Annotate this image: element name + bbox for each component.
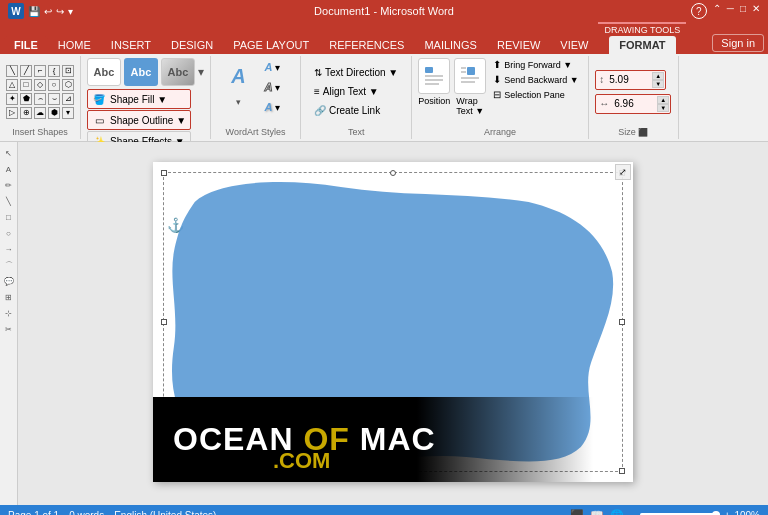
tab-home[interactable]: HOME xyxy=(48,36,101,54)
app-icon: W xyxy=(8,3,24,19)
text-direction-icon: ⇅ xyxy=(314,67,322,78)
tab-format[interactable]: FORMAT xyxy=(609,36,675,54)
shape-tool-1[interactable]: ╲ xyxy=(6,65,18,77)
position-label: Position xyxy=(418,96,450,106)
bring-forward-label: Bring Forward ▼ xyxy=(504,60,572,70)
text-content: ⇅ Text Direction ▼ ≡ Align Text ▼ 🔗 Crea… xyxy=(307,58,405,125)
close-btn[interactable]: ✕ xyxy=(752,3,760,19)
shape-tool-4[interactable]: { xyxy=(48,65,60,77)
title-bar-left: W 💾 ↩ ↪ ▾ xyxy=(8,3,73,19)
shape-tool-3[interactable]: ⌐ xyxy=(34,65,46,77)
left-tool-connector[interactable]: ⌒ xyxy=(2,258,16,272)
wordart-dropdown-btn[interactable]: ▾ xyxy=(236,97,241,107)
create-link-btn[interactable]: 🔗 Create Link xyxy=(307,102,387,119)
page-resize-icon[interactable]: ⤢ xyxy=(615,164,631,180)
send-backward-btn[interactable]: ⬇ Send Backward ▼ xyxy=(490,73,581,86)
zoom-out-btn[interactable]: − xyxy=(630,509,636,515)
customize-qa-btn[interactable]: ▾ xyxy=(68,6,73,17)
view-print-layout[interactable]: ⬛ xyxy=(570,509,584,516)
shape-tool-18[interactable]: ☁ xyxy=(34,107,46,119)
tab-review[interactable]: REVIEW xyxy=(487,36,550,54)
selection-pane-btn[interactable]: ⊟ Selection Pane xyxy=(490,88,581,101)
position-btn[interactable] xyxy=(418,58,450,94)
ribbon-group-arrange: Position WrapText ▼ ⬆ Bring Forward ▼ ⬇ xyxy=(412,56,588,139)
view-web[interactable]: 🌐 xyxy=(610,509,624,516)
shape-tool-11[interactable]: ✦ xyxy=(6,93,18,105)
shape-style-box-2[interactable]: Abc xyxy=(124,58,158,86)
redo-qa-btn[interactable]: ↪ xyxy=(56,6,64,17)
text-direction-btn[interactable]: ⇅ Text Direction ▼ xyxy=(307,64,405,81)
tab-mailings[interactable]: MAILINGS xyxy=(414,36,487,54)
shape-tool-10[interactable]: ⬡ xyxy=(62,79,74,91)
zoom-in-btn[interactable]: + xyxy=(724,509,730,515)
left-tool-oval[interactable]: ○ xyxy=(2,226,16,240)
shape-style-more-btn[interactable]: ▾ xyxy=(198,65,204,79)
ribbon-group-wordart-styles: A ▾ A ▾ A ▾ A ▾ WordArt Styles xyxy=(211,56,301,139)
left-tool-freeform[interactable]: ✏ xyxy=(2,178,16,192)
shape-fill-label: Shape Fill ▼ xyxy=(110,94,167,105)
shape-tool-16[interactable]: ▷ xyxy=(6,107,18,119)
width-input[interactable] xyxy=(614,98,654,109)
left-tool-more[interactable]: ⊞ xyxy=(2,290,16,304)
tab-page-layout[interactable]: PAGE LAYOUT xyxy=(223,36,319,54)
undo-qa-btn[interactable]: ↩ xyxy=(44,6,52,17)
left-tool-line[interactable]: ╲ xyxy=(2,194,16,208)
height-increment-btn[interactable]: ▲ xyxy=(652,72,664,80)
shape-tool-7[interactable]: □ xyxy=(20,79,32,91)
bring-forward-btn[interactable]: ⬆ Bring Forward ▼ xyxy=(490,58,581,71)
shape-tool-20[interactable]: ▾ xyxy=(62,107,74,119)
left-tool-callout[interactable]: 💬 xyxy=(2,274,16,288)
text-fill-btn[interactable]: A ▾ xyxy=(258,58,288,76)
svg-rect-6 xyxy=(461,71,466,73)
tab-references[interactable]: REFERENCES xyxy=(319,36,414,54)
align-text-btn[interactable]: ≡ Align Text ▼ xyxy=(307,83,386,100)
help-icon[interactable]: ? xyxy=(691,3,707,19)
shape-tool-8[interactable]: ◇ xyxy=(34,79,46,91)
minimize-btn[interactable]: ─ xyxy=(727,3,734,19)
shape-tool-6[interactable]: △ xyxy=(6,79,18,91)
tab-design[interactable]: DESIGN xyxy=(161,36,223,54)
shape-tool-12[interactable]: ⬟ xyxy=(20,93,32,105)
width-decrement-btn[interactable]: ▼ xyxy=(657,104,669,112)
tab-insert[interactable]: INSERT xyxy=(101,36,161,54)
width-increment-btn[interactable]: ▲ xyxy=(657,96,669,104)
ribbon-collapse-btn[interactable]: ⌃ xyxy=(713,3,721,19)
left-tool-select[interactable]: ⊹ xyxy=(2,306,16,320)
left-tool-crop[interactable]: ✂ xyxy=(2,322,16,336)
left-tool-pointer[interactable]: ↖ xyxy=(2,146,16,160)
height-decrement-btn[interactable]: ▼ xyxy=(652,80,664,88)
wrap-text-btn[interactable] xyxy=(454,58,486,94)
shape-tool-17[interactable]: ⊕ xyxy=(20,107,32,119)
shape-tool-15[interactable]: ⊿ xyxy=(62,93,74,105)
shape-tool-13[interactable]: ⌢ xyxy=(34,93,46,105)
text-effects-btn[interactable]: A ▾ xyxy=(258,98,288,116)
svg-rect-3 xyxy=(425,83,439,85)
left-tool-text[interactable]: A xyxy=(2,162,16,176)
tab-view[interactable]: VIEW xyxy=(550,36,598,54)
ribbon-group-text: ⇅ Text Direction ▼ ≡ Align Text ▼ 🔗 Crea… xyxy=(301,56,412,139)
shape-tool-14[interactable]: ⌣ xyxy=(48,93,60,105)
maximize-btn[interactable]: □ xyxy=(740,3,746,19)
shape-tool-19[interactable]: ⬢ xyxy=(48,107,60,119)
shape-fill-btn[interactable]: 🪣 Shape Fill ▼ xyxy=(87,89,191,109)
left-tool-arrow[interactable]: → xyxy=(2,242,16,256)
width-icon: ↔ xyxy=(597,98,611,109)
brand-dotcom: .COM xyxy=(273,448,330,474)
shape-tool-5[interactable]: ⊡ xyxy=(62,65,74,77)
save-qa-btn[interactable]: 💾 xyxy=(28,6,40,17)
left-tool-rect[interactable]: □ xyxy=(2,210,16,224)
shape-style-box-3[interactable]: Abc xyxy=(161,58,195,86)
shape-tool-9[interactable]: ○ xyxy=(48,79,60,91)
shape-tool-2[interactable]: ╱ xyxy=(20,65,32,77)
shape-style-box-1[interactable]: Abc xyxy=(87,58,121,86)
create-link-icon: 🔗 xyxy=(314,105,326,116)
tab-file[interactable]: FILE xyxy=(4,36,48,54)
wordart-large-btn[interactable]: A xyxy=(224,58,254,94)
text-outline-btn[interactable]: A ▾ xyxy=(258,78,288,96)
sign-in-btn[interactable]: Sign in xyxy=(712,34,764,52)
svg-rect-8 xyxy=(461,81,475,83)
shape-outline-btn[interactable]: ▭ Shape Outline ▼ xyxy=(87,110,191,130)
height-input[interactable] xyxy=(609,74,649,85)
view-reading[interactable]: 📖 xyxy=(590,509,604,516)
text-outline-icon: A xyxy=(265,81,273,93)
